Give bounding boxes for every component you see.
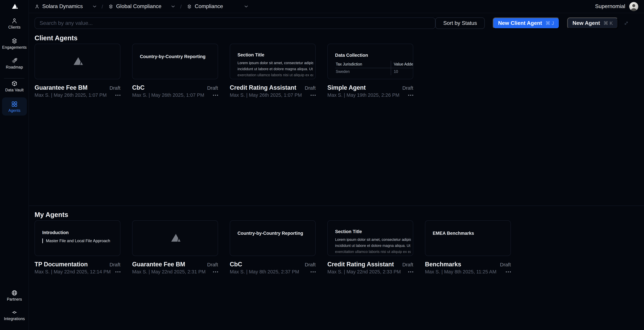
table-cell: Sweden bbox=[335, 68, 391, 75]
agent-card-title: Credit Rating Assistant bbox=[230, 84, 296, 91]
agent-card-meta: Max S. | May 8th 2025, 2:37 PM bbox=[230, 269, 299, 274]
agent-card-preview: Country-by-Country Reporting bbox=[132, 44, 218, 79]
breadcrumb-label: Compliance bbox=[195, 3, 223, 10]
agent-card[interactable]: Section Title Lorem ipsum dolor sit amet… bbox=[230, 44, 316, 98]
status-badge: Draft bbox=[110, 85, 120, 91]
status-badge: Draft bbox=[305, 262, 316, 267]
section-title-my-agents: My Agents bbox=[34, 211, 630, 218]
agent-card-meta: Max S. | May 19th 2025, 2:26 PM bbox=[327, 92, 400, 98]
logo-placeholder-icon bbox=[167, 233, 183, 243]
user-avatar[interactable] bbox=[629, 2, 638, 11]
agent-card[interactable]: Guarantee Fee BM Draft Max S. | May 26th… bbox=[34, 44, 120, 98]
header: Solara Dynamics / Global Compliance / Co… bbox=[29, 0, 644, 13]
sidebar-item-integrations[interactable]: Integrations bbox=[0, 309, 29, 321]
section-divider bbox=[29, 206, 644, 206]
layers-icon bbox=[108, 4, 113, 9]
my-agents-grid: Introduction Master File and Local File … bbox=[34, 220, 630, 274]
sidebar-item-clients[interactable]: Clients bbox=[0, 18, 29, 29]
card-menu-button[interactable] bbox=[506, 271, 511, 273]
cube-icon bbox=[11, 80, 18, 87]
sidebar-item-roadmap[interactable]: Roadmap bbox=[0, 57, 29, 69]
agent-card[interactable]: Introduction Master File and Local File … bbox=[34, 220, 120, 274]
new-client-agent-button[interactable]: New Client Agent ⌘ J bbox=[493, 18, 560, 29]
rocket-icon bbox=[11, 57, 18, 64]
toolbar: Sort by Status New Client Agent ⌘ J New … bbox=[34, 18, 630, 29]
layers-icon bbox=[11, 38, 18, 44]
table-cell: 10 bbox=[391, 68, 413, 75]
card-menu-button[interactable] bbox=[213, 271, 218, 273]
agent-card-title: CbC bbox=[132, 84, 144, 91]
preview-text-line: Lorem ipsum dolor sit amet, consectetur … bbox=[238, 60, 313, 65]
sidebar: Clients Engagements Roadmap Data Vault A… bbox=[0, 0, 29, 330]
new-agent-button[interactable]: New Agent ⌘ K bbox=[567, 18, 618, 29]
breadcrumb-engagement-selector[interactable]: Global Compliance bbox=[108, 3, 175, 10]
agent-card-preview: Section Title Lorem ipsum dolor sit amet… bbox=[327, 220, 413, 256]
agent-card[interactable]: EMEA Benchmarks Benchmarks Draft Max S. … bbox=[425, 220, 511, 274]
sidebar-item-label: Integrations bbox=[4, 317, 25, 321]
agent-card-meta: Max S. | May 26th 2025, 1:07 PM bbox=[230, 92, 302, 98]
sidebar-item-data-vault[interactable]: Data Vault bbox=[0, 80, 29, 92]
agent-card[interactable]: Section Title Lorem ipsum dolor sit amet… bbox=[327, 220, 413, 274]
status-badge: Draft bbox=[207, 262, 218, 267]
agent-card-meta: Max S. | May 22nd 2025, 2:33 PM bbox=[327, 269, 401, 274]
status-badge: Draft bbox=[110, 262, 120, 267]
sidebar-item-label: Clients bbox=[8, 25, 20, 29]
sidebar-item-agents[interactable]: Agents bbox=[2, 97, 27, 115]
app-logo[interactable] bbox=[0, 0, 28, 13]
logo-placeholder-icon bbox=[70, 56, 85, 67]
status-badge: Draft bbox=[305, 85, 316, 91]
expand-icon[interactable] bbox=[623, 20, 630, 27]
breadcrumb-label: Solara Dynamics bbox=[42, 3, 83, 10]
sidebar-item-label: Engagements bbox=[2, 45, 27, 49]
preview-heading: Introduction bbox=[42, 230, 118, 235]
agent-card[interactable]: Country-by-Country Reporting CbC Draft M… bbox=[132, 44, 218, 98]
preview-text-line: Lorem ipsum dolor sit amet, consectetur … bbox=[335, 237, 411, 242]
person-icon bbox=[34, 4, 40, 9]
node-icon bbox=[11, 309, 18, 316]
header-right: Supernomial bbox=[595, 2, 638, 11]
agent-card-title: Credit Rating Assistant bbox=[327, 261, 394, 268]
breadcrumb-client-selector[interactable]: Solara Dynamics bbox=[34, 3, 96, 10]
card-menu-button[interactable] bbox=[408, 271, 413, 273]
sidebar-item-engagements[interactable]: Engagements bbox=[0, 38, 29, 49]
card-menu-button[interactable] bbox=[310, 271, 316, 273]
agent-card-preview: EMEA Benchmarks bbox=[425, 220, 511, 256]
chevron-down-icon bbox=[172, 5, 175, 8]
sidebar-item-partners[interactable]: Partners bbox=[0, 289, 29, 301]
shortcut-hint: ⌘ J bbox=[546, 21, 554, 26]
card-menu-button[interactable] bbox=[408, 94, 413, 96]
agent-card[interactable]: Data Collection Tax Jurisdiction Value A… bbox=[327, 44, 413, 98]
agent-card-preview: Data Collection Tax Jurisdiction Value A… bbox=[327, 44, 413, 79]
breadcrumb-workstream-selector[interactable]: Compliance bbox=[187, 3, 248, 10]
preview-heading: Country-by-Country Reporting bbox=[140, 54, 216, 59]
card-menu-button[interactable] bbox=[213, 94, 218, 96]
app-root: Clients Engagements Roadmap Data Vault A… bbox=[0, 0, 644, 330]
preview-text-line: incididunt ut labore et dolore magna ali… bbox=[335, 243, 411, 248]
chevron-down-icon bbox=[244, 5, 248, 8]
card-menu-button[interactable] bbox=[116, 271, 120, 273]
preview-heading: Country-by-Country Reporting bbox=[238, 231, 313, 236]
card-menu-button[interactable] bbox=[116, 94, 120, 96]
breadcrumb: Solara Dynamics / Global Compliance / Co… bbox=[34, 3, 248, 10]
chevron-down-icon bbox=[93, 5, 96, 8]
status-badge: Draft bbox=[402, 262, 413, 267]
agent-card-preview bbox=[132, 220, 218, 256]
agent-card-meta: Max S. | May 26th 2025, 1:07 PM bbox=[34, 92, 107, 98]
card-menu-button[interactable] bbox=[310, 94, 316, 96]
sidebar-item-label: Data Vault bbox=[5, 88, 24, 92]
table-column-header: Value Added bbox=[391, 61, 413, 68]
sort-by-status-button[interactable]: Sort by Status bbox=[436, 18, 485, 29]
preview-text-line: incididunt ut labore et dolore magna ali… bbox=[238, 67, 313, 71]
preview-heading: EMEA Benchmarks bbox=[433, 231, 508, 236]
search-input[interactable] bbox=[34, 18, 436, 29]
sidebar-divider bbox=[4, 78, 24, 79]
preview-heading: Data Collection bbox=[335, 53, 413, 58]
client-agents-grid: Guarantee Fee BM Draft Max S. | May 26th… bbox=[34, 44, 630, 98]
avatar-photo bbox=[629, 2, 638, 11]
agent-card[interactable]: Country-by-Country Reporting CbC Draft M… bbox=[230, 220, 316, 274]
agent-card-title: Guarantee Fee BM bbox=[34, 84, 88, 91]
section-title-client-agents: Client Agents bbox=[34, 35, 630, 42]
person-icon bbox=[11, 18, 18, 24]
agent-card[interactable]: Guarantee Fee BM Draft Max S. | May 22nd… bbox=[132, 220, 218, 274]
agent-card-preview: Country-by-Country Reporting bbox=[230, 220, 316, 256]
